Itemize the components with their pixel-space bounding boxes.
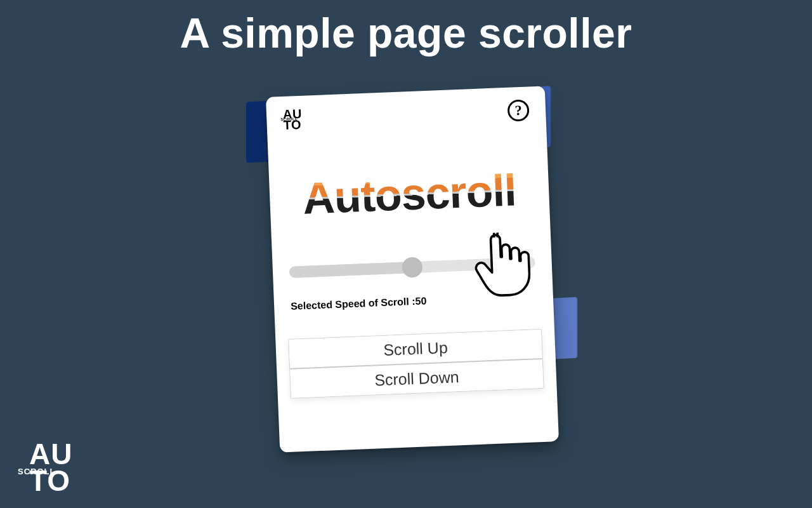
logo-big-mid: SCROLL — [18, 467, 55, 476]
pointer-hand-icon — [471, 231, 532, 303]
speed-label-prefix: Selected Speed of Scroll : — [291, 296, 416, 312]
app-title: Autoscroll — [282, 164, 537, 225]
page-headline: A simple page scroller — [0, 9, 812, 57]
extension-popup-card: AU SCROLL TO ? Autoscroll Selected Speed… — [266, 86, 559, 452]
app-logo-large: AU SCROLL TO — [29, 441, 72, 494]
card-header: AU SCROLL TO ? — [278, 95, 533, 133]
speed-slider-wrap — [285, 257, 539, 278]
help-symbol: ? — [514, 102, 522, 119]
app-logo-small: AU SCROLL TO — [283, 109, 303, 131]
speed-slider-fill — [289, 262, 413, 278]
help-icon[interactable]: ? — [507, 99, 529, 121]
logo-mid: SCROLL — [280, 117, 298, 121]
speed-slider-thumb[interactable] — [402, 257, 422, 277]
scroll-buttons: Scroll Up Scroll Down — [288, 329, 544, 399]
speed-value: 50 — [415, 295, 426, 307]
